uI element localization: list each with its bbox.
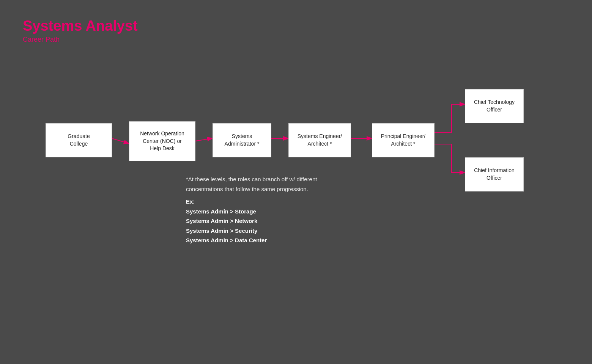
svg-line-1: [112, 138, 128, 143]
note-line2: concentrations that follow the same prog…: [186, 184, 317, 194]
note-area: *At these levels, the roles can branch o…: [186, 174, 317, 245]
page-title: Systems Analyst: [23, 18, 138, 34]
box-sysadmin: SystemsAdministrator *: [213, 123, 271, 157]
header: Systems Analyst Career Path: [23, 18, 138, 44]
box-cio: Chief InformationOfficer: [465, 157, 524, 191]
note-item2: Systems Admin > Network: [186, 216, 317, 226]
box-cto: Chief TechnologyOfficer: [465, 89, 524, 123]
note-ex-label: Ex:: [186, 197, 317, 207]
page-subtitle: Career Path: [23, 36, 138, 44]
box-graduate: GraduateCollege: [46, 123, 112, 157]
svg-line-2: [195, 138, 212, 141]
note-item3: Systems Admin > Security: [186, 226, 317, 236]
note-line1: *At these levels, the roles can branch o…: [186, 174, 317, 184]
box-noc: Network OperationCenter (NOC) orHelp Des…: [129, 121, 195, 161]
note-item1: Systems Admin > Storage: [186, 207, 317, 217]
box-sysengineer: Systems Engineer/Architect *: [288, 123, 351, 157]
note-item4: Systems Admin > Data Center: [186, 235, 317, 245]
box-principal: Principal Engineer/Architect *: [372, 123, 435, 157]
